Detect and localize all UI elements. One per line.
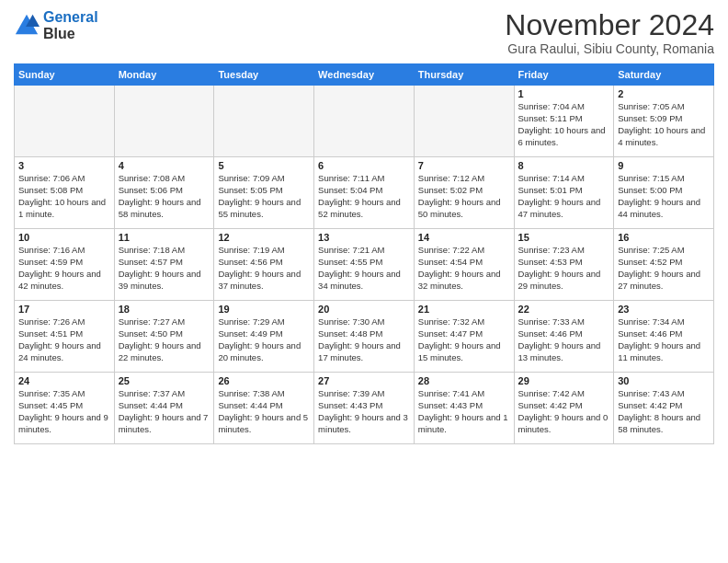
cell-day-number: 13 <box>318 232 410 243</box>
cell-day-number: 24 <box>18 375 110 386</box>
calendar-cell: 26Sunrise: 7:38 AM Sunset: 4:44 PM Dayli… <box>214 373 314 444</box>
calendar-week-row: 17Sunrise: 7:26 AM Sunset: 4:51 PM Dayli… <box>15 301 714 373</box>
cell-daylight-info: Sunrise: 7:42 AM Sunset: 4:42 PM Dayligh… <box>518 388 610 435</box>
cell-daylight-info: Sunrise: 7:23 AM Sunset: 4:53 PM Dayligh… <box>518 245 610 292</box>
cell-daylight-info: Sunrise: 7:29 AM Sunset: 4:49 PM Dayligh… <box>218 316 310 363</box>
cell-daylight-info: Sunrise: 7:27 AM Sunset: 4:50 PM Dayligh… <box>119 316 210 363</box>
cell-daylight-info: Sunrise: 7:39 AM Sunset: 4:43 PM Dayligh… <box>318 388 410 435</box>
logo-text: General Blue <box>43 9 98 41</box>
header-tuesday: Tuesday <box>214 64 314 86</box>
calendar-cell: 27Sunrise: 7:39 AM Sunset: 4:43 PM Dayli… <box>314 373 415 444</box>
calendar-cell: 5Sunrise: 7:09 AM Sunset: 5:05 PM Daylig… <box>214 157 314 229</box>
calendar-cell: 16Sunrise: 7:25 AM Sunset: 4:52 PM Dayli… <box>614 229 714 301</box>
cell-day-number: 20 <box>318 304 410 315</box>
calendar-cell: 12Sunrise: 7:19 AM Sunset: 4:56 PM Dayli… <box>214 229 314 301</box>
cell-daylight-info: Sunrise: 7:43 AM Sunset: 4:42 PM Dayligh… <box>618 388 710 435</box>
cell-day-number: 14 <box>418 232 510 243</box>
calendar-week-row: 10Sunrise: 7:16 AM Sunset: 4:59 PM Dayli… <box>15 229 714 301</box>
cell-daylight-info: Sunrise: 7:15 AM Sunset: 5:00 PM Dayligh… <box>618 173 710 220</box>
calendar-body: 1Sunrise: 7:04 AM Sunset: 5:11 PM Daylig… <box>15 86 714 444</box>
logo-general: General <box>43 9 98 25</box>
calendar-cell: 22Sunrise: 7:33 AM Sunset: 4:46 PM Dayli… <box>514 301 614 373</box>
calendar-cell: 6Sunrise: 7:11 AM Sunset: 5:04 PM Daylig… <box>314 157 415 229</box>
cell-day-number: 3 <box>18 160 110 171</box>
cell-daylight-info: Sunrise: 7:32 AM Sunset: 4:47 PM Dayligh… <box>418 316 510 363</box>
calendar-cell: 8Sunrise: 7:14 AM Sunset: 5:01 PM Daylig… <box>514 157 614 229</box>
calendar-cell: 24Sunrise: 7:35 AM Sunset: 4:45 PM Dayli… <box>15 373 115 444</box>
cell-day-number: 17 <box>18 304 110 315</box>
calendar-cell: 11Sunrise: 7:18 AM Sunset: 4:57 PM Dayli… <box>114 229 214 301</box>
cell-day-number: 25 <box>119 375 210 386</box>
calendar-cell: 2Sunrise: 7:05 AM Sunset: 5:09 PM Daylig… <box>614 86 714 157</box>
month-title: November 2024 <box>505 9 714 41</box>
cell-daylight-info: Sunrise: 7:04 AM Sunset: 5:11 PM Dayligh… <box>518 101 610 148</box>
cell-day-number: 29 <box>518 375 610 386</box>
cell-day-number: 1 <box>518 88 610 99</box>
cell-day-number: 12 <box>218 232 310 243</box>
calendar-cell <box>414 86 514 157</box>
cell-daylight-info: Sunrise: 7:22 AM Sunset: 4:54 PM Dayligh… <box>418 245 510 292</box>
calendar-cell: 13Sunrise: 7:21 AM Sunset: 4:55 PM Dayli… <box>314 229 415 301</box>
cell-daylight-info: Sunrise: 7:41 AM Sunset: 4:43 PM Dayligh… <box>418 388 510 435</box>
cell-day-number: 21 <box>418 304 510 315</box>
calendar-cell: 15Sunrise: 7:23 AM Sunset: 4:53 PM Dayli… <box>514 229 614 301</box>
cell-daylight-info: Sunrise: 7:33 AM Sunset: 4:46 PM Dayligh… <box>518 316 610 363</box>
header-sunday: Sunday <box>15 64 115 86</box>
calendar-cell: 25Sunrise: 7:37 AM Sunset: 4:44 PM Dayli… <box>114 373 214 444</box>
location-subtitle: Gura Raului, Sibiu County, Romania <box>505 41 714 56</box>
cell-day-number: 15 <box>518 232 610 243</box>
calendar-week-row: 3Sunrise: 7:06 AM Sunset: 5:08 PM Daylig… <box>15 157 714 229</box>
calendar-cell: 20Sunrise: 7:30 AM Sunset: 4:48 PM Dayli… <box>314 301 415 373</box>
logo-icon <box>14 13 40 39</box>
calendar-cell: 21Sunrise: 7:32 AM Sunset: 4:47 PM Dayli… <box>414 301 514 373</box>
header-monday: Monday <box>114 64 214 86</box>
cell-daylight-info: Sunrise: 7:19 AM Sunset: 4:56 PM Dayligh… <box>218 245 310 292</box>
cell-day-number: 19 <box>218 304 310 315</box>
cell-daylight-info: Sunrise: 7:38 AM Sunset: 4:44 PM Dayligh… <box>218 388 310 435</box>
calendar-cell <box>114 86 214 157</box>
cell-day-number: 9 <box>618 160 710 171</box>
calendar-cell: 1Sunrise: 7:04 AM Sunset: 5:11 PM Daylig… <box>514 86 614 157</box>
logo: General Blue <box>14 9 98 41</box>
calendar-cell: 17Sunrise: 7:26 AM Sunset: 4:51 PM Dayli… <box>15 301 115 373</box>
cell-daylight-info: Sunrise: 7:35 AM Sunset: 4:45 PM Dayligh… <box>18 388 110 435</box>
cell-daylight-info: Sunrise: 7:37 AM Sunset: 4:44 PM Dayligh… <box>119 388 210 435</box>
calendar-cell: 23Sunrise: 7:34 AM Sunset: 4:46 PM Dayli… <box>614 301 714 373</box>
cell-daylight-info: Sunrise: 7:05 AM Sunset: 5:09 PM Dayligh… <box>618 101 710 148</box>
header-friday: Friday <box>514 64 614 86</box>
calendar-cell: 19Sunrise: 7:29 AM Sunset: 4:49 PM Dayli… <box>214 301 314 373</box>
calendar-cell: 7Sunrise: 7:12 AM Sunset: 5:02 PM Daylig… <box>414 157 514 229</box>
calendar-cell <box>314 86 415 157</box>
calendar-cell: 3Sunrise: 7:06 AM Sunset: 5:08 PM Daylig… <box>15 157 115 229</box>
cell-day-number: 18 <box>119 304 210 315</box>
cell-day-number: 10 <box>18 232 110 243</box>
page-container: General Blue November 2024 Gura Raului, … <box>0 0 728 454</box>
cell-day-number: 7 <box>418 160 510 171</box>
cell-day-number: 27 <box>318 375 410 386</box>
cell-daylight-info: Sunrise: 7:08 AM Sunset: 5:06 PM Dayligh… <box>119 173 210 220</box>
calendar-cell: 4Sunrise: 7:08 AM Sunset: 5:06 PM Daylig… <box>114 157 214 229</box>
cell-daylight-info: Sunrise: 7:16 AM Sunset: 4:59 PM Dayligh… <box>18 245 110 292</box>
cell-daylight-info: Sunrise: 7:14 AM Sunset: 5:01 PM Dayligh… <box>518 173 610 220</box>
cell-day-number: 28 <box>418 375 510 386</box>
cell-day-number: 8 <box>518 160 610 171</box>
calendar-week-row: 24Sunrise: 7:35 AM Sunset: 4:45 PM Dayli… <box>15 373 714 444</box>
cell-daylight-info: Sunrise: 7:30 AM Sunset: 4:48 PM Dayligh… <box>318 316 410 363</box>
cell-day-number: 16 <box>618 232 710 243</box>
title-block: November 2024 Gura Raului, Sibiu County,… <box>505 9 714 56</box>
cell-daylight-info: Sunrise: 7:12 AM Sunset: 5:02 PM Dayligh… <box>418 173 510 220</box>
calendar-cell: 18Sunrise: 7:27 AM Sunset: 4:50 PM Dayli… <box>114 301 214 373</box>
cell-day-number: 5 <box>218 160 310 171</box>
cell-daylight-info: Sunrise: 7:34 AM Sunset: 4:46 PM Dayligh… <box>618 316 710 363</box>
cell-day-number: 6 <box>318 160 410 171</box>
calendar-table: Sunday Monday Tuesday Wednesday Thursday… <box>14 63 714 444</box>
header-saturday: Saturday <box>614 64 714 86</box>
cell-daylight-info: Sunrise: 7:26 AM Sunset: 4:51 PM Dayligh… <box>18 316 110 363</box>
cell-day-number: 30 <box>618 375 710 386</box>
cell-daylight-info: Sunrise: 7:25 AM Sunset: 4:52 PM Dayligh… <box>618 245 710 292</box>
calendar-cell: 28Sunrise: 7:41 AM Sunset: 4:43 PM Dayli… <box>414 373 514 444</box>
logo-blue: Blue <box>43 26 75 41</box>
calendar-header-row: Sunday Monday Tuesday Wednesday Thursday… <box>15 64 714 86</box>
header-thursday: Thursday <box>414 64 514 86</box>
cell-daylight-info: Sunrise: 7:06 AM Sunset: 5:08 PM Dayligh… <box>18 173 110 220</box>
